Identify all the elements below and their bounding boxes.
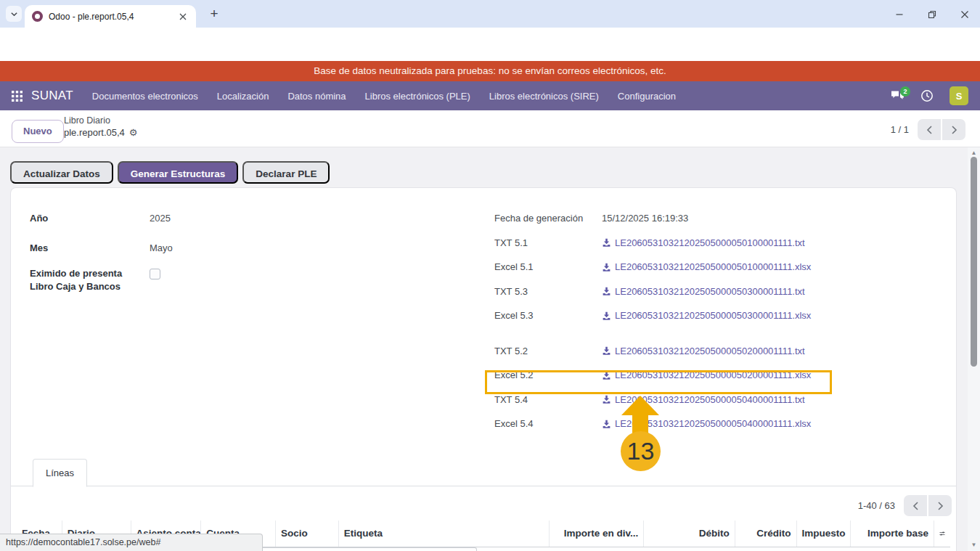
download-file-icon[interactable] bbox=[602, 263, 611, 272]
file-label: Excel 5.4 bbox=[494, 417, 602, 431]
clock-icon bbox=[920, 89, 934, 102]
scroll-down-icon[interactable]: ▼ bbox=[968, 541, 980, 550]
chevron-down-icon bbox=[10, 10, 18, 18]
browser-toolbar: democontable17.solse.pe/web#cids=1&menu_… bbox=[0, 28, 980, 61]
chevron-right-icon bbox=[937, 502, 944, 510]
file-label: TXT 5.4 bbox=[494, 393, 602, 407]
main-content: Actualizar Datos Generar Estructuras Dec… bbox=[0, 147, 980, 551]
field-file-txt-53: TXT 5.3 LE206053103212025050000503000011… bbox=[494, 285, 857, 299]
file-label: TXT 5.3 bbox=[494, 285, 602, 299]
odoo-favicon-icon bbox=[32, 11, 43, 22]
control-panel: Nuevo Libro Diario ple.report.05,4 ⚙ 1 /… bbox=[0, 110, 980, 147]
field-file-txt-54: TXT 5.4 LE206053103212025050000504000011… bbox=[494, 393, 857, 407]
action-buttons: Actualizar Datos Generar Estructuras Dec… bbox=[10, 161, 330, 184]
chevron-left-icon bbox=[912, 502, 919, 510]
record-pager-previous-button[interactable] bbox=[918, 119, 941, 140]
new-tab-button[interactable]: + bbox=[205, 4, 224, 23]
user-avatar[interactable]: S bbox=[950, 86, 968, 105]
page-scrollbar[interactable]: ▲ ▼ bbox=[968, 147, 980, 551]
menu-documentos-electronicos[interactable]: Documentos electronicos bbox=[92, 91, 198, 102]
field-file-xlsx-53: Excel 5.3 LE2060531032120250500005030000… bbox=[494, 309, 857, 323]
activities-button[interactable] bbox=[920, 89, 934, 102]
field-file-xlsx-51: Excel 5.1 LE2060531032120250500005010000… bbox=[494, 260, 857, 274]
apps-grid-icon[interactable] bbox=[12, 91, 23, 102]
field-year: Año 2025 bbox=[30, 211, 335, 226]
download-file-icon[interactable] bbox=[602, 238, 611, 248]
file-link[interactable]: LE20605310321202505000050100001111.xlsx bbox=[615, 260, 811, 274]
annotation-arrow-icon bbox=[621, 396, 659, 415]
download-file-icon[interactable] bbox=[602, 346, 611, 356]
window-restore-button[interactable] bbox=[925, 7, 939, 22]
menu-configuracion[interactable]: Configuracion bbox=[618, 91, 676, 102]
download-file-icon[interactable] bbox=[602, 311, 611, 321]
tab-title: Odoo - ple.report.05,4 bbox=[49, 12, 177, 22]
month-value[interactable]: Mayo bbox=[150, 241, 173, 256]
notebook-tabs: Líneas bbox=[11, 458, 956, 486]
generar-estructuras-button[interactable]: Generar Estructuras bbox=[118, 161, 239, 184]
new-record-button[interactable]: Nuevo bbox=[12, 120, 64, 143]
file-link[interactable]: LE20605310321202505000050200001111.txt bbox=[615, 344, 805, 359]
field-month: Mes Mayo bbox=[30, 241, 335, 256]
file-label: Excel 5.1 bbox=[494, 260, 602, 274]
annotation-step-number: 13 bbox=[621, 431, 661, 471]
chevron-right-icon bbox=[951, 126, 957, 134]
odoo-navbar: SUNAT Documentos electronicos Localizaci… bbox=[0, 81, 980, 110]
optional-columns-button[interactable] bbox=[934, 521, 950, 547]
form-sheet: Año 2025 Mes Mayo Eximido de presenta Li… bbox=[10, 187, 957, 551]
generation-date-value: 15/12/2025 16:19:33 bbox=[602, 211, 688, 226]
actualizar-datos-button[interactable]: Actualizar Datos bbox=[10, 161, 113, 184]
column-socio[interactable]: Socio bbox=[276, 521, 339, 547]
gear-icon[interactable]: ⚙ bbox=[129, 127, 138, 138]
field-file-txt-52: TXT 5.2 LE206053103212025050000502000011… bbox=[494, 344, 857, 359]
message-count-badge: 2 bbox=[900, 86, 910, 97]
list-pager-previous-button[interactable] bbox=[904, 495, 927, 516]
annotation-highlight-box bbox=[485, 370, 832, 394]
sliders-icon bbox=[939, 528, 945, 539]
download-file-icon[interactable] bbox=[602, 287, 611, 296]
exempt-checkbox[interactable] bbox=[150, 269, 160, 279]
menu-libros-sire[interactable]: Libros electrónicos (SIRE) bbox=[489, 91, 599, 102]
column-importe-base[interactable]: Importe base bbox=[851, 521, 934, 547]
breadcrumb-current: ple.report.05,4 bbox=[64, 127, 125, 138]
column-debito[interactable]: Débito bbox=[644, 521, 735, 547]
file-label: TXT 5.1 bbox=[494, 236, 602, 250]
messages-button[interactable]: 2 bbox=[891, 90, 905, 102]
file-label: Excel 5.3 bbox=[494, 309, 602, 323]
tab-lineas[interactable]: Líneas bbox=[33, 459, 87, 487]
column-credito[interactable]: Crédito bbox=[735, 521, 797, 547]
menu-localizacion[interactable]: Localización bbox=[217, 91, 269, 102]
browser-tab[interactable]: Odoo - ple.report.05,4 bbox=[25, 5, 196, 28]
list-pager-value: 1-40 / 63 bbox=[858, 500, 895, 511]
download-file-icon[interactable] bbox=[602, 395, 611, 404]
generation-date-label: Fecha de generación bbox=[494, 211, 602, 226]
list-pager-next-button[interactable] bbox=[928, 495, 952, 516]
neutralized-banner: Base de datos neutralizada para pruebas:… bbox=[0, 61, 980, 81]
menu-libros-ple[interactable]: Libros electrónicos (PLE) bbox=[365, 91, 470, 102]
form-right-fields: Fecha de generación 15/12/2025 16:19:33 … bbox=[494, 211, 857, 441]
field-exempt: Eximido de presenta Libro Caja y Bancos bbox=[30, 267, 335, 293]
menu-datos-nomina[interactable]: Datos nómina bbox=[287, 91, 346, 102]
window-minimize-button[interactable] bbox=[892, 7, 907, 22]
column-impuesto[interactable]: Impuesto bbox=[797, 521, 852, 547]
tab-close-icon[interactable] bbox=[177, 11, 189, 23]
column-importe-en-divisa[interactable]: Importe en div... bbox=[550, 521, 645, 547]
file-link[interactable]: LE20605310321202505000050100001111.txt bbox=[615, 236, 805, 250]
file-link[interactable]: LE20605310321202505000050300001111.xlsx bbox=[615, 309, 811, 323]
field-generation-date: Fecha de generación 15/12/2025 16:19:33 bbox=[494, 211, 857, 226]
chevron-left-icon bbox=[926, 126, 933, 134]
scrollbar-thumb[interactable] bbox=[971, 157, 977, 367]
breadcrumb-parent[interactable]: Libro Diario bbox=[64, 115, 138, 126]
breadcrumb: Libro Diario ple.report.05,4 ⚙ bbox=[64, 115, 138, 138]
declarar-ple-button[interactable]: Declarar PLE bbox=[242, 161, 330, 184]
tab-search-button[interactable] bbox=[6, 6, 22, 22]
field-file-txt-51: TXT 5.1 LE206053103212025050000501000011… bbox=[494, 236, 857, 250]
window-close-button[interactable] bbox=[957, 7, 972, 22]
download-file-icon[interactable] bbox=[602, 420, 611, 429]
column-etiqueta[interactable]: Etiqueta bbox=[339, 521, 550, 547]
record-pager-value: 1 / 1 bbox=[891, 124, 909, 135]
brand-sunat[interactable]: SUNAT bbox=[31, 89, 73, 103]
year-value[interactable]: 2025 bbox=[150, 211, 171, 226]
file-link[interactable]: LE20605310321202505000050300001111.txt bbox=[615, 285, 805, 299]
list-pager: 1-40 / 63 bbox=[858, 495, 952, 516]
record-pager-next-button[interactable] bbox=[942, 119, 965, 140]
